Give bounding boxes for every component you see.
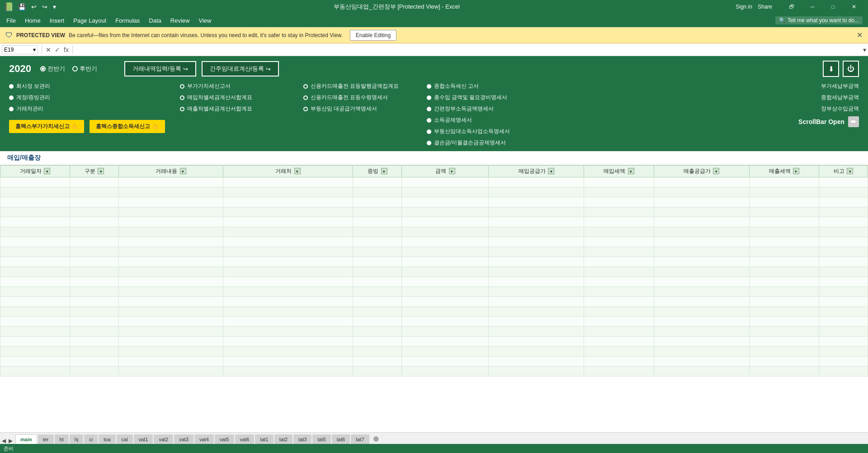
menu-sales-summary[interactable]: 매출처별세금계산서합계표 bbox=[180, 105, 288, 113]
close-button[interactable]: ✕ bbox=[844, 0, 864, 14]
table-row[interactable] bbox=[0, 227, 868, 237]
menu-partner-mgmt[interactable]: 거래처관리 bbox=[9, 105, 165, 113]
enable-editing-button[interactable]: Enable Editing bbox=[350, 30, 396, 41]
book-income-label[interactable]: 장부상수입금액 bbox=[821, 105, 859, 113]
hometax-income-button[interactable]: 홈텍스종합소득세신고 👆 bbox=[90, 120, 165, 133]
menu-company-mgmt[interactable]: 회사정 보관리 bbox=[9, 82, 165, 90]
tab-ter[interactable]: ter bbox=[38, 434, 54, 444]
menu-realestate-supply[interactable]: 부동산임 대공급가액명세서 bbox=[303, 105, 412, 113]
menu-total-income[interactable]: 총수입 금액및 필요경비명세서 bbox=[427, 94, 535, 101]
menu-income-tax-report[interactable]: 종합소득세신 고서 bbox=[427, 82, 535, 90]
col-date-sort[interactable]: ▾ bbox=[44, 168, 50, 174]
tab-toa[interactable]: toa bbox=[99, 434, 115, 444]
menu-home[interactable]: Home bbox=[20, 15, 45, 26]
menu-search-box[interactable]: 🔍 Tell me what you want to do... bbox=[775, 16, 863, 24]
tab-vat5[interactable]: vat5 bbox=[215, 434, 234, 444]
vat-payment-label[interactable]: 부가세납부금액 bbox=[821, 82, 859, 90]
col-content-sort[interactable]: ▾ bbox=[180, 168, 186, 174]
tab-vat6[interactable]: vat6 bbox=[235, 434, 255, 444]
rent-calc-button[interactable]: 간주임대료계산/등록 ↪ bbox=[202, 61, 279, 76]
menu-review[interactable]: Review bbox=[166, 15, 194, 26]
tab-tat2[interactable]: tat2 bbox=[274, 434, 292, 444]
menu-deduction[interactable]: 소득공제명세서 bbox=[427, 116, 535, 124]
col-proof-sort[interactable]: ▾ bbox=[381, 168, 387, 174]
menu-file[interactable]: File bbox=[2, 15, 20, 26]
table-row[interactable] bbox=[0, 197, 868, 207]
cell-ref-dropdown-icon[interactable]: ▾ bbox=[33, 47, 36, 53]
tab-vat4[interactable]: vat4 bbox=[194, 434, 214, 444]
table-row[interactable] bbox=[0, 237, 868, 247]
table-container[interactable]: 거래일자 ▾ 구분 ▾ 거래내용 ▾ 거래처 ▾ bbox=[0, 165, 868, 432]
scrollbar-open-icon[interactable]: ✏ bbox=[848, 116, 859, 127]
power-button[interactable]: ⏻ bbox=[843, 61, 859, 77]
col-purchase-tax-sort[interactable]: ▾ bbox=[628, 168, 634, 174]
menu-purchase-summary[interactable]: 매입처별세금계산서합계표 bbox=[180, 94, 288, 101]
tab-tat7[interactable]: tat7 bbox=[351, 434, 369, 444]
table-row[interactable] bbox=[0, 347, 868, 357]
col-purchase-supply-sort[interactable]: ▾ bbox=[548, 168, 554, 174]
tab-tat6[interactable]: tat6 bbox=[332, 434, 350, 444]
tab-vat2[interactable]: vat2 bbox=[154, 434, 173, 444]
tab-ht[interactable]: ht bbox=[55, 434, 69, 444]
table-row[interactable] bbox=[0, 187, 868, 197]
tab-ci[interactable]: ci bbox=[84, 434, 98, 444]
formula-input[interactable] bbox=[76, 47, 861, 53]
hometax-vat-button[interactable]: 홈텍스부가가치세신고 👆 bbox=[9, 120, 84, 133]
sheet-nav-left[interactable]: ◀ bbox=[2, 438, 6, 444]
table-row[interactable] bbox=[0, 287, 868, 297]
table-row[interactable] bbox=[0, 207, 868, 217]
menu-account-mgmt[interactable]: 계정/증빙관리 bbox=[9, 94, 165, 101]
table-row[interactable] bbox=[0, 307, 868, 317]
col-sales-tax-sort[interactable]: ▾ bbox=[793, 168, 799, 174]
menu-view[interactable]: View bbox=[194, 15, 216, 26]
formula-expand-icon[interactable]: ▾ bbox=[863, 46, 866, 53]
col-type-sort[interactable]: ▾ bbox=[98, 168, 104, 174]
sign-in-link[interactable]: Sign in bbox=[736, 4, 752, 10]
menu-simplified-income[interactable]: 간편장부소득금액명세서 bbox=[427, 105, 535, 113]
table-row[interactable] bbox=[0, 217, 868, 227]
table-row[interactable] bbox=[0, 277, 868, 287]
radio-first-half[interactable]: 전반기 bbox=[40, 65, 65, 73]
menu-card-issue[interactable]: 신용카드매출전 표등발행금액집계표 bbox=[303, 82, 412, 90]
qs-dropdown-button[interactable]: ▾ bbox=[51, 2, 58, 11]
menu-vat-report[interactable]: 부가가치세신고서 bbox=[180, 82, 288, 90]
redo-button[interactable]: ↪ bbox=[40, 2, 49, 11]
menu-loss-carryover[interactable]: 결손금/이월결손금공제명세서 bbox=[427, 139, 535, 147]
table-row[interactable] bbox=[0, 267, 868, 277]
col-amount-sort[interactable]: ▾ bbox=[449, 168, 455, 174]
table-row[interactable] bbox=[0, 327, 868, 337]
tab-vat3[interactable]: vat3 bbox=[174, 434, 193, 444]
table-row[interactable] bbox=[0, 177, 868, 187]
comprehensive-tax-label[interactable]: 종합세납부금액 bbox=[821, 94, 859, 101]
tab-tat5[interactable]: tat5 bbox=[312, 434, 330, 444]
radio-second-half[interactable]: 후반기 bbox=[72, 65, 97, 73]
formula-confirm-icon[interactable]: ✓ bbox=[55, 46, 60, 53]
table-row[interactable] bbox=[0, 337, 868, 347]
table-row[interactable] bbox=[0, 297, 868, 307]
tab-main[interactable]: main bbox=[15, 434, 37, 444]
protected-bar-close-icon[interactable]: ✕ bbox=[857, 31, 863, 39]
table-row[interactable] bbox=[0, 357, 868, 367]
col-note-sort[interactable]: ▾ bbox=[847, 168, 853, 174]
minimize-button[interactable]: ─ bbox=[802, 0, 823, 14]
share-button[interactable]: Share bbox=[758, 4, 772, 10]
add-sheet-button[interactable]: ⊕ bbox=[370, 434, 382, 444]
menu-formulas[interactable]: Formulas bbox=[111, 15, 144, 26]
col-partner-sort[interactable]: ▾ bbox=[294, 168, 301, 174]
tab-cal[interactable]: cal bbox=[117, 434, 133, 444]
undo-button[interactable]: ↩ bbox=[29, 2, 38, 11]
tab-vat1[interactable]: vat1 bbox=[134, 434, 153, 444]
trade-input-button[interactable]: 거래내역입력/등록 ↪ bbox=[124, 61, 196, 76]
tab-tat1[interactable]: tat1 bbox=[255, 434, 273, 444]
col-sales-supply-sort[interactable]: ▾ bbox=[713, 168, 719, 174]
table-row[interactable] bbox=[0, 367, 868, 377]
save-button[interactable]: 💾 bbox=[16, 2, 28, 11]
table-row[interactable] bbox=[0, 247, 868, 257]
tab-hj[interactable]: hj bbox=[70, 434, 84, 444]
tab-tat3[interactable]: tat3 bbox=[293, 434, 311, 444]
cell-reference-box[interactable]: E19 ▾ bbox=[2, 45, 38, 54]
download-button[interactable]: ⬇ bbox=[823, 61, 839, 77]
table-row[interactable] bbox=[0, 257, 868, 267]
menu-page-layout[interactable]: Page Layout bbox=[69, 15, 111, 26]
table-row[interactable] bbox=[0, 317, 868, 327]
